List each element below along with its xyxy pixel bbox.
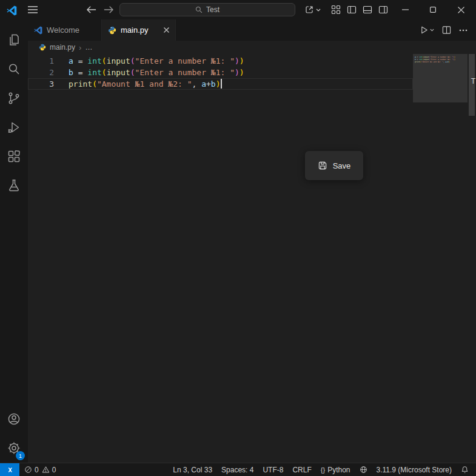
tab-label: main.py: [121, 25, 149, 35]
minimize-button[interactable]: [392, 0, 419, 19]
code-text: a = int(input("Enter a number №1: ")): [54, 55, 244, 67]
cursor-position[interactable]: Ln 3, Col 33: [173, 466, 212, 474]
editor-actions: [420, 19, 476, 41]
main-area: 1 Welcome main.py: [0, 19, 476, 463]
breadcrumb-more[interactable]: …: [85, 43, 92, 52]
problems-panel[interactable]: 0 0: [19, 466, 56, 474]
activity-bar: 1: [0, 19, 28, 463]
tab-bar: Welcome main.py: [28, 19, 476, 41]
tab-welcome[interactable]: Welcome: [28, 19, 102, 41]
code-line[interactable]: 2b = int(input("Enter a number №1: ")): [28, 67, 413, 78]
save-floppy-icon: [318, 161, 327, 170]
globe-icon[interactable]: [360, 466, 367, 474]
split-editor-icon[interactable]: [442, 25, 451, 35]
code-line[interactable]: 3print("Amount №1 and №2: ", a+b): [28, 78, 413, 90]
toggle-sidebar-right-icon[interactable]: [378, 4, 389, 15]
python-file-icon: [39, 44, 46, 51]
code-line[interactable]: 1a = int(input("Enter a number №1: ")): [28, 55, 413, 67]
python-file-icon: [108, 26, 116, 35]
testing-icon[interactable]: [0, 171, 28, 200]
search-sidebar-icon[interactable]: [0, 55, 28, 84]
encoding[interactable]: UTF-8: [263, 466, 283, 474]
warning-icon: [42, 466, 50, 474]
command-center-search[interactable]: Test: [119, 3, 295, 16]
status-bar-right: Ln 3, Col 33 Spaces: 4 UTF-8 CRLF {} Pyt…: [173, 466, 476, 474]
menu-icon[interactable]: [27, 4, 39, 15]
maximize-button[interactable]: [419, 0, 446, 19]
save-button-label: Save: [333, 161, 351, 170]
save-button[interactable]: Save: [305, 151, 363, 180]
tab-main-py[interactable]: main.py: [102, 19, 176, 41]
code-text: b = int(input("Enter a number №1: ")): [54, 67, 244, 78]
eol-sequence[interactable]: CRLF: [292, 466, 311, 474]
python-interpreter[interactable]: 3.11.9 (Microsoft Store): [377, 466, 452, 474]
search-icon: [195, 6, 203, 13]
toggle-panel-icon[interactable]: [362, 4, 373, 15]
account-icon[interactable]: [0, 404, 28, 434]
error-icon: [24, 466, 32, 474]
notifications-bell-icon[interactable]: [461, 466, 469, 474]
extensions-icon[interactable]: [0, 142, 28, 171]
language-mode[interactable]: {} Python: [321, 466, 350, 474]
vscode-logo-icon: [6, 5, 17, 16]
indentation[interactable]: Spaces: 4: [221, 466, 253, 474]
breadcrumb-file[interactable]: main.py: [50, 43, 75, 52]
chevron-right-icon: ›: [79, 43, 81, 52]
line-number: 3: [28, 78, 54, 90]
chevron-down-icon: [430, 28, 434, 32]
chevron-down-icon: [316, 8, 321, 12]
code-text: print("Amount №1 and №2: ", a+b): [54, 78, 222, 90]
text-cursor: [221, 79, 222, 89]
errors-indicator[interactable]: 0: [24, 466, 39, 474]
language-label: Python: [327, 466, 350, 474]
open-layout-dropdown[interactable]: [302, 4, 323, 16]
search-label: Test: [206, 5, 220, 14]
run-python-file-button[interactable]: [420, 25, 434, 35]
settings-badge: 1: [16, 451, 25, 460]
source-control-icon[interactable]: [0, 84, 28, 113]
close-window-button[interactable]: [446, 0, 476, 19]
editor-area: Welcome main.py: [28, 19, 476, 463]
vertical-scrollbar[interactable]: T: [468, 54, 476, 463]
titlebar: Test: [0, 0, 476, 19]
tab-label: Welcome: [47, 25, 79, 35]
status-bar: 0 0 Ln 3, Col 33 Spaces: 4 UTF-8 CRLF {}…: [0, 463, 476, 476]
explorer-icon[interactable]: [0, 25, 28, 55]
more-actions-icon[interactable]: [459, 29, 468, 32]
welcome-tab-icon: [34, 26, 42, 35]
minimap-content: a = int(input("Enter a number №1: "))b =…: [413, 54, 468, 65]
warnings-indicator[interactable]: 0: [42, 466, 56, 474]
line-number: 1: [28, 55, 54, 67]
warnings-count: 0: [52, 466, 56, 474]
minimap[interactable]: a = int(input("Enter a number №1: "))b =…: [413, 54, 468, 175]
overview-ruler-marker: T: [471, 77, 475, 85]
code-lines: 1a = int(input("Enter a number №1: "))2b…: [28, 55, 413, 90]
line-number: 2: [28, 67, 54, 78]
toggle-sidebar-left-icon[interactable]: [346, 4, 357, 15]
close-tab-icon[interactable]: [164, 27, 169, 33]
breadcrumb[interactable]: main.py › …: [28, 41, 476, 54]
remote-indicator[interactable]: [0, 463, 19, 476]
customize-layout-icon[interactable]: [330, 4, 341, 15]
back-arrow-icon[interactable]: [85, 4, 98, 16]
code-editor[interactable]: 1a = int(input("Enter a number №1: "))2b…: [28, 54, 476, 463]
forward-arrow-icon[interactable]: [102, 4, 115, 16]
settings-gear-icon[interactable]: 1: [0, 434, 28, 463]
braces-icon: {}: [321, 466, 325, 474]
run-debug-icon[interactable]: [0, 113, 28, 142]
errors-count: 0: [35, 466, 39, 474]
